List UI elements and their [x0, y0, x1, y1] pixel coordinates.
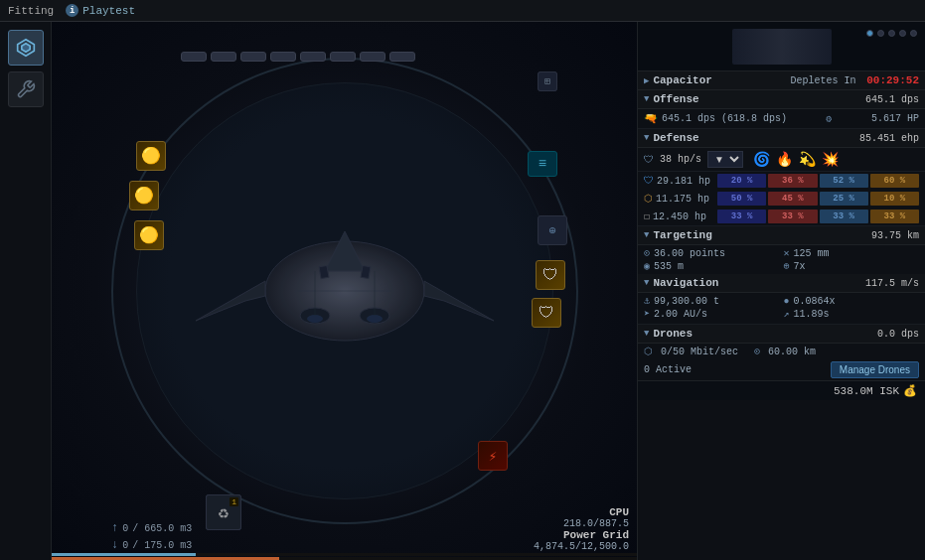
defense-shields-row: 🛡 29.181 hp 20 % 36 % 52 % 60 % — [638, 172, 925, 190]
align-icon: ↗ — [784, 308, 790, 320]
ship-thumbnail — [638, 22, 925, 71]
playtest-label[interactable]: Playtest — [82, 5, 135, 17]
power-grid-section: Power Grid — [534, 529, 629, 541]
dot-2[interactable] — [877, 30, 884, 37]
capacitor-header[interactable]: ▶ Capacitor Depletes In 00:29:52 — [638, 71, 925, 90]
hull-therm-bar: 33 % — [768, 210, 817, 223]
shields-em-bar: 20 % — [717, 174, 766, 188]
targeting-range: 93.75 km — [871, 230, 919, 241]
targeting-header[interactable]: ▼ Targeting 93.75 km — [638, 226, 925, 245]
ore-max: / 175.0 m3 — [132, 540, 192, 551]
offense-chevron: ▼ — [644, 94, 649, 104]
module-slot-right-top[interactable]: ≡ — [528, 151, 557, 177]
hull-kin-bar: 33 % — [820, 210, 868, 223]
dot-3[interactable] — [888, 30, 895, 37]
mass-icon: ⚓ — [644, 295, 650, 307]
navigation-details: ⚓ 99,300.00 t ● 0.0864x ➤ 2.00 AU/s ↗ 11… — [638, 293, 925, 325]
em-icon: 🌀 — [753, 151, 770, 168]
right-panel: ▶ Capacitor Depletes In 00:29:52 ▼ Offen… — [637, 22, 925, 560]
exp-icon: 💥 — [822, 151, 839, 168]
module-slot-bot-1[interactable]: ⚡ — [478, 441, 508, 471]
svg-marker-1 — [21, 44, 29, 52]
dot-5[interactable] — [910, 30, 917, 37]
module-slot-1[interactable] — [181, 52, 207, 62]
module-bot-3[interactable]: ♻ 1 — [206, 494, 241, 530]
module-slot-left-1[interactable]: 🟡 — [136, 141, 166, 171]
shields-kin-bar: 52 % — [820, 174, 868, 188]
module-slot-right-2[interactable]: 🛡 — [536, 260, 565, 290]
module-slot-2[interactable] — [211, 52, 236, 62]
module-slot-4[interactable] — [270, 52, 296, 62]
manage-drones-button[interactable]: Manage Drones — [831, 361, 919, 378]
power-value: 4,874.5/12,500.0 — [534, 541, 629, 552]
module-slot-8[interactable] — [389, 52, 415, 62]
shields-therm-bar: 36 % — [768, 174, 817, 188]
offense-details: 🔫 645.1 dps (618.8 dps) ⚙ 5.617 HP — [638, 109, 925, 129]
hull-bars: 33 % 33 % 33 % 33 % — [717, 210, 919, 223]
module-slot-left-3[interactable]: 🟡 — [134, 220, 164, 250]
info-icon: i — [66, 4, 78, 17]
targeting-label: ▼ Targeting — [644, 229, 712, 241]
offense-header[interactable]: ▼ Offense 645.1 dps — [638, 90, 925, 109]
drone-range-icon: ⊙ — [754, 346, 760, 357]
nav-align-item: ↗ 11.89s — [784, 308, 920, 320]
dot-4[interactable] — [899, 30, 906, 37]
capacitor-time: 00:29:52 — [866, 74, 919, 86]
drones-active-row: 0 Active Manage Drones — [638, 359, 925, 380]
cpu-bar — [52, 553, 637, 556]
module-slot-5[interactable] — [300, 52, 326, 62]
misc-slot-2[interactable]: ⊞ — [538, 71, 557, 91]
cpu-value: 218.0/887.5 — [534, 518, 629, 529]
module-slot-3[interactable] — [240, 52, 266, 62]
speed-dropdown[interactable]: ▼ — [707, 151, 743, 168]
cargo-stat: ↑ 0 / 665.0 m3 — [111, 521, 192, 535]
window-title: Fitting — [8, 5, 54, 17]
kin-icon: 💫 — [799, 151, 816, 168]
nav-warp-item: ➤ 2.00 AU/s — [644, 308, 780, 320]
cargo-max: / 665.0 m3 — [132, 523, 192, 534]
ore-stat: ↓ 0 / 175.0 m3 — [111, 538, 192, 552]
ship-area: 🟡 🟡 🟡 ≡ ⊕ 🛡 🛡 ⚡ ♻ — [52, 22, 637, 560]
defense-speed-row: 🛡 38 hp/s ▼ 🌀 🔥 💫 💥 — [638, 148, 925, 172]
wallet-icon: 💰 — [903, 384, 917, 397]
cpu-power-section: CPU 218.0/887.5 Power Grid 4,874.5/12,50… — [534, 506, 629, 552]
module-slot-right-1[interactable]: ⊕ — [538, 215, 567, 245]
navigation-label: ▼ Navigation — [644, 277, 718, 289]
module-slot-7[interactable] — [360, 52, 385, 62]
navigation-header[interactable]: ▼ Navigation 117.5 m/s — [638, 274, 925, 293]
svg-rect-10 — [319, 265, 329, 278]
playtest-section: i Playtest — [66, 4, 135, 17]
cargo-value: 0 — [122, 523, 128, 534]
target-icon: ⊙ — [644, 247, 650, 259]
ship-image — [166, 142, 524, 440]
module-slot-6[interactable] — [330, 52, 356, 62]
shield-icon: 🛡 — [644, 154, 654, 166]
cap-chevron: ▶ — [644, 75, 649, 86]
isk-bar: 538.0M ISK 💰 — [638, 380, 925, 400]
module-slot-right-3[interactable]: 🛡 — [532, 298, 561, 328]
drones-header[interactable]: ▼ Drones 0.0 dps — [638, 325, 925, 344]
hp-icon: ⚙ — [826, 113, 832, 125]
targets-icon: ⊕ — [784, 260, 790, 272]
hull-em-bar: 33 % — [717, 210, 766, 223]
navigation-chevron: ▼ — [644, 278, 649, 288]
cpu-section: CPU — [534, 506, 629, 518]
defense-chevron: ▼ — [644, 133, 649, 143]
shields-hp: 🛡 29.181 hp — [644, 175, 713, 187]
defense-header[interactable]: ▼ Defense 85.451 ehp — [638, 129, 925, 148]
fitting-button[interactable] — [8, 30, 44, 66]
resource-bars — [52, 553, 637, 560]
dot-1[interactable] — [866, 30, 873, 37]
defense-hull-row: ◻ 12.450 hp 33 % 33 % 33 % 33 % — [638, 208, 925, 226]
hull-exp-bar: 33 % — [870, 210, 919, 223]
module-slot-left-2[interactable]: 🟡 — [129, 181, 159, 210]
svg-point-8 — [367, 315, 383, 323]
ore-value: 0 — [122, 540, 128, 551]
drones-dps: 0.0 dps — [877, 329, 919, 340]
armor-icon: ⬡ — [644, 193, 653, 205]
armor-therm-bar: 45 % — [768, 192, 817, 206]
power-label: Power Grid — [563, 529, 629, 541]
navigation-speed: 117.5 m/s — [865, 278, 919, 289]
drones-bandwidth: 0/50 Mbit/sec — [661, 347, 738, 357]
tools-button[interactable] — [8, 71, 44, 107]
